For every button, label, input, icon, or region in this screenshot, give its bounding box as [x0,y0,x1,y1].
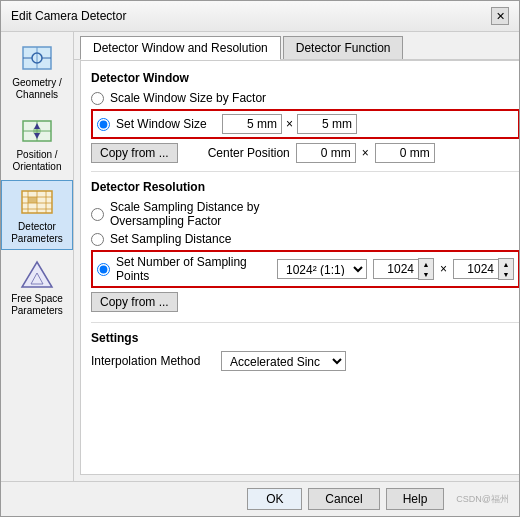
set-number-sampling-row: Set Number of Sampling Points 1024² (1:1… [91,250,519,288]
scale-window-factor-row: Scale Window Size by Factor [91,91,519,105]
tab-window-resolution[interactable]: Detector Window and Resolution [80,36,281,60]
dialog-content: Geometry /Channels Position /Orientation [1,32,519,481]
sidebar-item-freespace-label: Free SpaceParameters [11,293,63,317]
set-sampling-label: Set Sampling Distance [110,232,231,246]
cancel-button[interactable]: Cancel [308,488,379,510]
sampling-dropdown[interactable]: 1024² (1:1) 512² (1:2) 2048² (2:1) [277,259,367,279]
set-sampling-row: Set Sampling Distance [91,232,519,246]
edit-camera-detector-dialog: Edit Camera Detector ✕ Geometry /Channel… [0,0,520,517]
sampling-x-spinner-buttons: ▲ ▼ [418,258,434,280]
interpolation-row: Interpolation Method Accelerated Sinc Bi… [91,351,519,371]
position-orientation-icon [17,113,57,149]
interpolation-dropdown[interactable]: Accelerated Sinc Bilinear Nearest Neighb… [221,351,346,371]
sidebar-item-free-space[interactable]: Free SpaceParameters [1,252,73,322]
center-y-input[interactable] [375,143,435,163]
tab-panel-content: Detector Window Scale Window Size by Fac… [80,60,519,475]
sidebar-item-position-label: Position /Orientation [13,149,62,173]
settings-section-title: Settings [91,331,519,345]
main-panel: Detector Window and Resolution Detector … [74,32,519,481]
help-button[interactable]: Help [386,488,445,510]
window-size-inputs: × [222,114,357,134]
sampling-x-down-button[interactable]: ▼ [419,269,433,279]
sampling-y-spinner: ▲ ▼ [453,258,514,280]
sidebar-item-geometry-label: Geometry /Channels [12,77,61,101]
free-space-icon [17,257,57,293]
window-height-input[interactable] [297,114,357,134]
copy-from-button-2[interactable]: Copy from ... [91,292,178,312]
center-x-input[interactable] [296,143,356,163]
detector-window-section-title: Detector Window [91,71,519,85]
center-position-label: Center Position [208,146,290,160]
title-bar: Edit Camera Detector ✕ [1,1,519,32]
geometry-channels-icon [17,41,57,77]
set-window-size-row: Set Window Size × [91,109,519,139]
sidebar-item-detector-label: DetectorParameters [11,221,63,245]
scale-window-factor-label: Scale Window Size by Factor [110,91,266,105]
times-symbol-2: × [362,146,369,160]
tab-detector-function[interactable]: Detector Function [283,36,404,59]
svg-rect-18 [28,197,37,203]
sidebar-item-position-orientation[interactable]: Position /Orientation [1,108,73,178]
divider-2 [91,322,519,323]
sampling-x-spinner: ▲ ▼ [373,258,434,280]
sampling-y-spinner-buttons: ▲ ▼ [498,258,514,280]
close-button[interactable]: ✕ [491,7,509,25]
ok-button[interactable]: OK [247,488,302,510]
window-width-input[interactable] [222,114,282,134]
svg-marker-19 [22,262,52,287]
sampling-y-down-button[interactable]: ▼ [499,269,513,279]
sampling-x-input[interactable] [373,259,418,279]
tab-bar: Detector Window and Resolution Detector … [74,32,519,60]
set-window-size-label: Set Window Size [116,117,216,131]
detector-parameters-icon [17,185,57,221]
sampling-y-up-button[interactable]: ▲ [499,259,513,269]
scale-sampling-radio[interactable] [91,208,104,221]
times-symbol-3: × [440,262,447,276]
set-sampling-radio[interactable] [91,233,104,246]
sidebar-item-geometry-channels[interactable]: Geometry /Channels [1,36,73,106]
divider-1 [91,171,519,172]
dialog-title: Edit Camera Detector [11,9,126,23]
watermark-text: CSDN@福州 [456,493,509,506]
sidebar: Geometry /Channels Position /Orientation [1,32,74,481]
scale-sampling-label: Scale Sampling Distance byOversampling F… [110,200,259,228]
times-symbol: × [286,117,293,131]
sampling-x-up-button[interactable]: ▲ [419,259,433,269]
copy-from-button-1[interactable]: Copy from ... [91,143,178,163]
copy-from-2-row: Copy from ... [91,292,519,312]
bottom-bar: OK Cancel Help CSDN@福州 [1,481,519,516]
set-number-label: Set Number of Sampling Points [116,255,271,283]
detector-resolution-title: Detector Resolution [91,180,519,194]
copy-center-row: Copy from ... Center Position × [91,143,519,163]
sampling-y-input[interactable] [453,259,498,279]
center-position-group: Center Position × [208,143,435,163]
scale-window-factor-radio[interactable] [91,92,104,105]
sidebar-item-detector-parameters[interactable]: DetectorParameters [1,180,73,250]
interpolation-label: Interpolation Method [91,354,211,368]
scale-sampling-row: Scale Sampling Distance byOversampling F… [91,200,519,228]
set-number-radio[interactable] [97,263,110,276]
set-window-size-radio[interactable] [97,118,110,131]
